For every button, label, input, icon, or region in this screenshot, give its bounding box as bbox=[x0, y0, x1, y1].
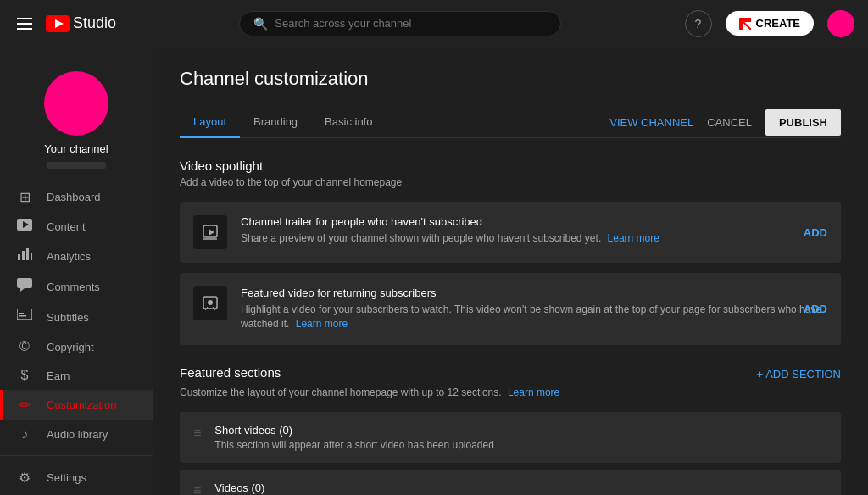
video-spotlight-title: Video spotlight bbox=[180, 159, 841, 173]
svg-rect-8 bbox=[26, 248, 29, 260]
sidebar-item-label: Settings bbox=[47, 471, 86, 484]
cancel-button[interactable]: CANCEL bbox=[707, 116, 752, 129]
sidebar-item-settings[interactable]: ⚙ Settings bbox=[0, 463, 153, 492]
comments-icon bbox=[16, 278, 33, 295]
section-row-short-videos: ≡ Short videos (0) This section will app… bbox=[180, 412, 841, 463]
user-avatar[interactable] bbox=[827, 10, 854, 37]
sidebar-item-label: Earn bbox=[47, 370, 70, 382]
tab-layout[interactable]: Layout bbox=[180, 107, 240, 138]
analytics-icon bbox=[16, 248, 33, 264]
earn-icon: $ bbox=[16, 368, 33, 383]
channel-trailer-card: Channel trailer for people who haven't s… bbox=[180, 202, 841, 263]
logo[interactable]: Studio bbox=[46, 14, 116, 32]
svg-point-19 bbox=[208, 300, 213, 305]
channel-trailer-desc: Share a preview of your channel shown wi… bbox=[241, 231, 827, 246]
main-content: Channel customization Layout Branding Ba… bbox=[153, 47, 868, 495]
dashboard-icon: ⊞ bbox=[16, 189, 33, 205]
sidebar-item-analytics[interactable]: Analytics bbox=[0, 241, 153, 271]
section-row-short-videos-content: Short videos (0) This section will appea… bbox=[214, 424, 494, 451]
sidebar-item-label: Subtitles bbox=[47, 311, 89, 324]
svg-rect-12 bbox=[17, 309, 32, 320]
featured-video-title: Featured video for returning subscribers bbox=[241, 286, 827, 299]
svg-rect-6 bbox=[18, 254, 20, 260]
sidebar-channel-name: Your channel bbox=[44, 142, 108, 155]
svg-rect-3 bbox=[739, 18, 751, 22]
sidebar-item-label: Dashboard bbox=[47, 191, 101, 203]
sidebar-item-label: Audio library bbox=[47, 428, 108, 441]
sidebar-item-subtitles[interactable]: Subtitles bbox=[0, 302, 153, 332]
featured-video-add-button[interactable]: ADD bbox=[804, 303, 827, 315]
youtube-icon bbox=[46, 15, 70, 32]
sidebar-item-dashboard[interactable]: ⊞ Dashboard bbox=[0, 182, 153, 212]
search-input-wrap: 🔍 bbox=[239, 11, 561, 36]
create-button[interactable]: CREATE bbox=[726, 11, 814, 36]
section-row-videos-content: Videos (0) This section will appear when… bbox=[214, 481, 472, 495]
view-channel-link[interactable]: VIEW CHANNEL bbox=[609, 116, 693, 129]
sidebar-channel-bar bbox=[47, 162, 106, 169]
search-input[interactable] bbox=[275, 17, 547, 30]
sidebar-item-content[interactable]: Content bbox=[0, 212, 153, 241]
short-videos-desc: This section will appear after a short v… bbox=[214, 439, 494, 451]
featured-video-desc: Highlight a video for your subscribers t… bbox=[241, 303, 827, 331]
search-icon: 🔍 bbox=[253, 17, 268, 31]
channel-trailer-title: Channel trailer for people who haven't s… bbox=[241, 215, 827, 228]
featured-sections-desc: Customize the layout of your channel hom… bbox=[180, 387, 841, 398]
videos-title: Videos (0) bbox=[214, 481, 472, 494]
copyright-icon: © bbox=[16, 339, 33, 354]
sidebar-item-label: Copyright bbox=[47, 341, 94, 353]
publish-button[interactable]: PUBLISH bbox=[765, 109, 841, 136]
subtitles-icon bbox=[16, 309, 33, 325]
page-title: Channel customization bbox=[180, 68, 841, 90]
featured-sections-title: Featured sections bbox=[180, 365, 281, 380]
sidebar-item-audio-library[interactable]: ♪ Audio library bbox=[0, 420, 153, 448]
svg-rect-9 bbox=[31, 253, 32, 260]
featured-sections: Featured sections + ADD SECTION Customiz… bbox=[180, 365, 841, 495]
sidebar-item-label: Content bbox=[47, 220, 86, 233]
sidebar-item-label: Analytics bbox=[47, 250, 91, 263]
header-right: ? CREATE bbox=[685, 10, 854, 37]
video-spotlight-desc: Add a video to the top of your channel h… bbox=[180, 176, 841, 188]
logo-text: Studio bbox=[73, 14, 116, 32]
section-row-videos: ≡ Videos (0) This section will appear wh… bbox=[180, 470, 841, 495]
sidebar-item-comments[interactable]: Comments bbox=[0, 271, 153, 302]
customization-icon: ✏ bbox=[16, 397, 33, 413]
hamburger-menu[interactable] bbox=[14, 14, 36, 33]
featured-video-icon bbox=[193, 286, 227, 320]
channel-trailer-learn-more[interactable]: Learn more bbox=[608, 232, 659, 244]
channel-trailer-add-button[interactable]: ADD bbox=[804, 226, 827, 239]
svg-marker-11 bbox=[20, 288, 25, 292]
tab-branding[interactable]: Branding bbox=[240, 107, 311, 138]
sidebar-avatar[interactable] bbox=[44, 71, 108, 136]
tab-basic-info[interactable]: Basic info bbox=[311, 107, 386, 138]
short-videos-title: Short videos (0) bbox=[214, 424, 494, 437]
sidebar-item-customization[interactable]: ✏ Customization bbox=[0, 390, 153, 420]
svg-rect-13 bbox=[19, 313, 24, 314]
audio-library-icon: ♪ bbox=[16, 426, 33, 442]
sidebar-bottom: ⚙ Settings ⚑ Send feedback bbox=[0, 448, 153, 495]
drag-handle-videos[interactable]: ≡ bbox=[193, 483, 201, 495]
sidebar-item-label: Comments bbox=[47, 281, 100, 293]
svg-marker-16 bbox=[209, 229, 214, 236]
featured-video-learn-more[interactable]: Learn more bbox=[296, 318, 348, 330]
featured-sections-title-group: Featured sections bbox=[180, 365, 281, 383]
create-label: CREATE bbox=[756, 17, 800, 30]
featured-sections-header: Featured sections + ADD SECTION bbox=[180, 365, 841, 383]
search-bar: 🔍 bbox=[126, 11, 674, 36]
featured-video-content: Featured video for returning subscribers… bbox=[241, 286, 827, 331]
sidebar-divider bbox=[0, 455, 153, 456]
sidebar-item-copyright[interactable]: © Copyright bbox=[0, 332, 153, 361]
settings-icon: ⚙ bbox=[16, 470, 33, 486]
add-section-button[interactable]: + ADD SECTION bbox=[757, 368, 841, 381]
channel-trailer-content: Channel trailer for people who haven't s… bbox=[241, 215, 827, 246]
drag-handle-short-videos[interactable]: ≡ bbox=[193, 425, 201, 441]
featured-sections-learn-more[interactable]: Learn more bbox=[508, 387, 559, 398]
featured-video-card: Featured video for returning subscribers… bbox=[180, 273, 841, 345]
header: Studio 🔍 ? CREATE bbox=[0, 0, 868, 47]
create-icon bbox=[739, 18, 751, 30]
help-button[interactable]: ? bbox=[685, 10, 712, 37]
tabs-actions: VIEW CHANNEL CANCEL PUBLISH bbox=[609, 109, 841, 136]
channel-trailer-icon bbox=[193, 215, 227, 249]
sidebar-item-earn[interactable]: $ Earn bbox=[0, 361, 153, 390]
tabs-bar: Layout Branding Basic info VIEW CHANNEL … bbox=[180, 107, 841, 138]
svg-rect-14 bbox=[19, 315, 26, 317]
